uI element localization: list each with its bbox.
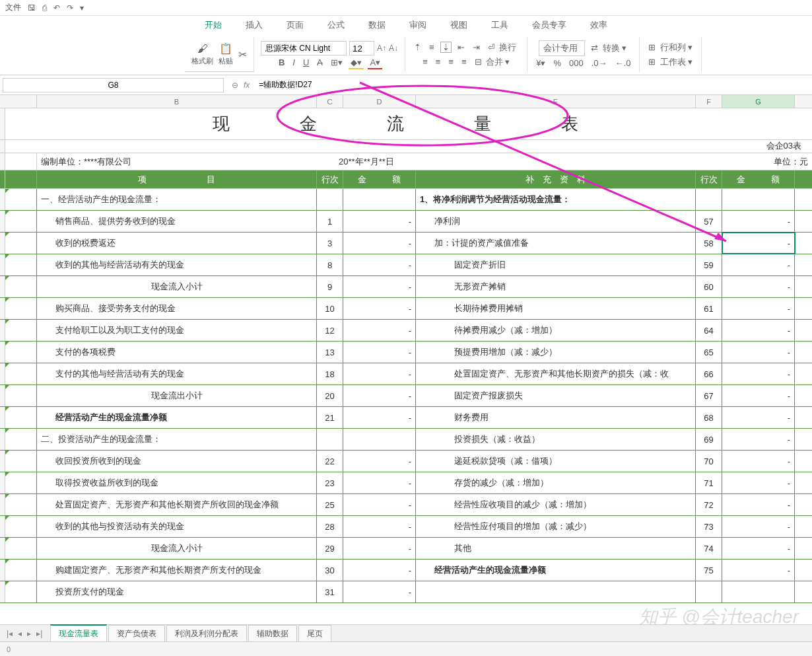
align-right-icon[interactable]: ≡ — [446, 56, 456, 67]
sheet-tab-end[interactable]: 尾页 — [298, 625, 331, 642]
font-size-select[interactable] — [349, 41, 374, 55]
align-top-icon[interactable]: ⇡ — [412, 42, 423, 53]
supp-amount[interactable]: - — [722, 538, 795, 559]
col-c[interactable]: C — [317, 95, 343, 108]
table-row[interactable]: 一、经营活动产生的现金流量：1、将净利润调节为经营活动现金流量： — [0, 189, 812, 211]
worksheet-button[interactable]: ⊞ 工作表▾ — [646, 55, 694, 69]
item-name[interactable]: 购买商品、接受劳务支付的现金 — [37, 298, 317, 319]
table-row[interactable]: 购建固定资产、无形资产和其他长期资产所支付的现金30-经营活动产生的现金流量净额… — [0, 560, 812, 581]
supp-amount[interactable] — [722, 581, 795, 602]
amount-cell[interactable]: - — [343, 363, 416, 384]
col-e[interactable]: E — [416, 95, 696, 108]
decimal-dec-icon[interactable]: ←.0 — [613, 57, 633, 69]
spreadsheet-grid[interactable]: 现 金 流 量 表 会企03表 编制单位：****有限公司 20**年**月**… — [0, 108, 812, 637]
bold-button[interactable]: B — [277, 57, 287, 68]
undo-icon[interactable]: ↶ — [53, 3, 60, 13]
table-row[interactable]: 收回投资所收到的现金22-递延税款贷项（减：借项）70- — [0, 451, 812, 472]
table-row[interactable]: 收到的其他与投资活动有关的现金28-经营性应付项目的增加（减：减少）73- — [0, 516, 812, 538]
supp-item[interactable]: 加：计提的资产减值准备 — [416, 233, 696, 254]
justify-icon[interactable]: ≡ — [459, 56, 469, 67]
item-name[interactable]: 二、投资活动产生的现金流量： — [37, 429, 317, 450]
supp-amount[interactable]: - — [722, 211, 795, 232]
align-middle-icon[interactable]: ≡ — [427, 42, 436, 53]
save-icon[interactable]: 🖫 — [28, 3, 36, 13]
line-number[interactable]: 23 — [317, 472, 343, 493]
amount-cell[interactable]: - — [343, 298, 416, 319]
table-row[interactable]: 现金流出小计20-固定资产报废损失67- — [0, 385, 812, 407]
amount-cell[interactable]: - — [343, 211, 416, 232]
item-name[interactable]: 购建固定资产、无形资产和其他长期资产所支付的现金 — [37, 560, 317, 581]
item-name[interactable]: 投资所支付的现金 — [37, 581, 317, 602]
line-number[interactable]: 21 — [317, 407, 343, 428]
rowcol-button[interactable]: ⊞ 行和列▾ — [646, 41, 694, 54]
col-g[interactable]: G — [722, 95, 795, 108]
line-number[interactable]: 25 — [317, 494, 343, 515]
item-name[interactable]: 取得投资收益所收到的现金 — [37, 472, 317, 493]
supp-line[interactable]: 70 — [696, 451, 722, 472]
amount-cell[interactable]: - — [343, 276, 416, 297]
supp-item[interactable]: 处置固定资产、无形资产和其他长期资产的损失（减：收 — [416, 363, 696, 384]
amount-cell[interactable]: - — [343, 581, 416, 602]
amount-cell[interactable]: - — [343, 494, 416, 515]
tab-start[interactable]: 开始 — [202, 18, 224, 32]
fx-icon[interactable]: fx — [244, 81, 250, 90]
supp-line[interactable]: 68 — [696, 407, 722, 428]
supp-line[interactable] — [696, 189, 722, 210]
line-number[interactable]: 28 — [317, 516, 343, 537]
fill-color-button[interactable]: ◆▾ — [349, 57, 364, 68]
col-b[interactable]: B — [37, 95, 317, 108]
supp-line[interactable]: 59 — [696, 254, 722, 275]
line-number[interactable]: 29 — [317, 538, 343, 559]
amount-cell[interactable]: - — [343, 538, 416, 559]
increase-font-icon[interactable]: A↑ — [377, 44, 386, 53]
supp-line[interactable]: 74 — [696, 538, 722, 559]
amount-cell[interactable]: - — [343, 472, 416, 493]
table-row[interactable]: 支付给职工以及为职工支付的现金12-待摊费用减少（减：增加）64- — [0, 320, 812, 342]
supp-item[interactable]: 预提费用增加（减：减少） — [416, 342, 696, 363]
font-name-select[interactable] — [261, 41, 347, 55]
item-name[interactable]: 一、经营活动产生的现金流量： — [37, 189, 317, 210]
table-row[interactable]: 现金流入小计9-无形资产摊销60- — [0, 276, 812, 298]
col-d[interactable]: D — [343, 95, 416, 108]
tab-member[interactable]: 会员专享 — [529, 18, 569, 32]
paste-button[interactable]: 📋粘贴 — [219, 42, 233, 66]
sheet-nav-next[interactable]: ▸ — [24, 629, 34, 638]
amount-cell[interactable]: - — [343, 320, 416, 341]
tab-data[interactable]: 数据 — [366, 18, 388, 32]
supp-amount[interactable]: - — [722, 276, 795, 297]
supp-item[interactable]: 其他 — [416, 538, 696, 559]
decrease-font-icon[interactable]: A↓ — [389, 44, 398, 53]
supp-amount[interactable]: - — [722, 320, 795, 341]
sheet-nav-last[interactable]: ▸| — [34, 629, 45, 638]
supp-amount[interactable] — [722, 189, 795, 210]
table-row[interactable]: 经营活动产生的现金流量净额21-财务费用68- — [0, 407, 812, 429]
supp-amount[interactable]: - — [722, 472, 795, 493]
redo-icon[interactable]: ↷ — [67, 3, 73, 13]
italic-button[interactable]: I — [290, 57, 297, 68]
supp-amount[interactable]: - — [722, 451, 795, 472]
cut-button[interactable]: ✂ — [238, 48, 247, 61]
percent-icon[interactable]: % — [551, 57, 563, 69]
align-bottom-icon[interactable]: ⇣ — [440, 42, 452, 53]
line-number[interactable]: 31 — [317, 581, 343, 602]
line-number[interactable] — [317, 429, 343, 450]
supp-line[interactable]: 57 — [696, 211, 722, 232]
supp-item[interactable]: 存货的减少（减：增加） — [416, 472, 696, 493]
tab-insert[interactable]: 插入 — [243, 18, 265, 32]
line-number[interactable]: 30 — [317, 560, 343, 581]
decimal-inc-icon[interactable]: .0→ — [590, 57, 609, 69]
font-color-button[interactable]: A▾ — [368, 57, 382, 68]
strike-button[interactable]: A̶ — [315, 57, 325, 68]
item-name[interactable]: 现金流入小计 — [37, 538, 317, 559]
sheet-tab-balance[interactable]: 资产负债表 — [108, 625, 165, 642]
supp-line[interactable]: 71 — [696, 472, 722, 493]
item-name[interactable]: 现金流入小计 — [37, 276, 317, 297]
supp-amount[interactable]: - — [722, 494, 795, 515]
supp-line[interactable]: 58 — [696, 233, 722, 254]
supp-line[interactable]: 60 — [696, 276, 722, 297]
supp-amount[interactable]: - — [722, 429, 795, 450]
supp-item[interactable]: 经营性应收项目的减少（减：增加） — [416, 494, 696, 515]
item-name[interactable]: 收到的其他与经营活动有关的现金 — [37, 254, 317, 275]
amount-cell[interactable]: - — [343, 560, 416, 581]
amount-cell[interactable] — [343, 429, 416, 450]
